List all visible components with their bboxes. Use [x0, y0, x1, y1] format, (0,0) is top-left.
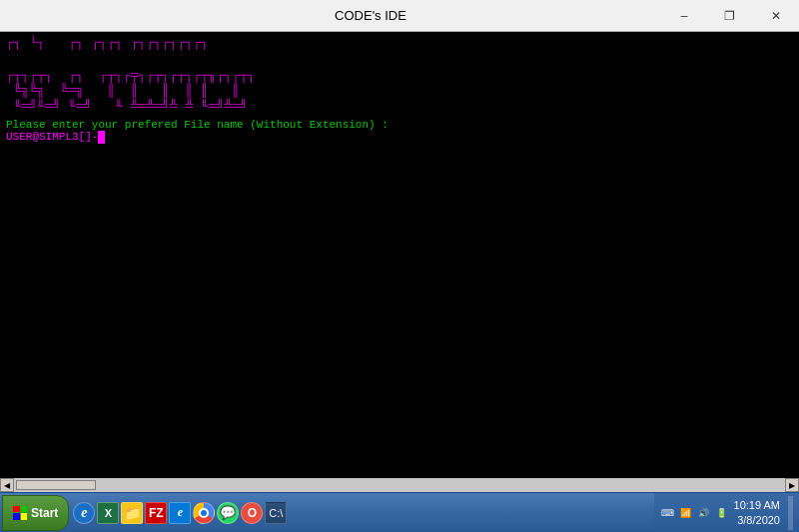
- title-bar: CODE's IDE – ❐ ✕: [0, 0, 799, 32]
- battery-icon[interactable]: 🔋: [714, 505, 730, 521]
- network-icon[interactable]: 📶: [678, 505, 694, 521]
- user-prompt-line: USER@SIMPL3[]-: [6, 131, 793, 144]
- restore-button[interactable]: ❐: [707, 0, 753, 31]
- ascii-art-display: ┌┬┐┌┬┐ ┌┐ ┌┬┐┌╤┐┌┬┐┌┬┐┌┬╖┌┐┌┬┐ ╚╗╚╗ ╚═╗ …: [6, 68, 793, 115]
- clock-time: 10:19 AM: [734, 498, 780, 512]
- terminal-content: ┌┐ └┐ ┌┐ ┌┐┌­┐ ┌┐┌┐┌┐┌┐┌­┐ ┌┬┐┌┬┐ ┌┐ ┌┬┐…: [0, 32, 799, 478]
- start-label: Start: [31, 506, 58, 520]
- taskbar-edge[interactable]: e: [169, 502, 191, 524]
- scroll-thumb[interactable]: [16, 480, 96, 490]
- taskbar: Start e X 📁 FZ e 💬 O C:\ ⌨ 📶 🔊 🔋: [0, 492, 799, 532]
- taskbar-filezilla[interactable]: FZ: [145, 502, 167, 524]
- ascii-art-title: ┌┐ └┐ ┌┐ ┌┐┌­┐ ┌┐┌┐┌┐┌┐┌­┐: [6, 36, 793, 66]
- scroll-left-button[interactable]: ◀: [0, 478, 14, 492]
- volume-icon[interactable]: 🔊: [696, 505, 712, 521]
- window-title: CODE's IDE: [335, 8, 406, 23]
- clock-date: 3/8/2020: [734, 513, 780, 527]
- prompt-text: Please enter your prefered File name (Wi…: [6, 119, 793, 131]
- taskbar-cmd[interactable]: C:\: [265, 502, 287, 524]
- minimize-button[interactable]: –: [661, 0, 707, 31]
- title-bar-controls: – ❐ ✕: [661, 0, 799, 31]
- taskbar-filemanager[interactable]: 📁: [121, 502, 143, 524]
- scroll-track[interactable]: [14, 478, 785, 492]
- taskbar-ie[interactable]: e: [73, 502, 95, 524]
- start-button[interactable]: Start: [2, 495, 69, 531]
- taskbar-chrome[interactable]: [193, 502, 215, 524]
- cursor: [98, 131, 105, 144]
- prompt-prefix: USER@SIMPL3[]-: [6, 131, 98, 143]
- terminal-container: ┌┐ └┐ ┌┐ ┌┐┌­┐ ┌┐┌┐┌┐┌┐┌­┐ ┌┬┐┌┬┐ ┌┐ ┌┬┐…: [0, 32, 799, 492]
- taskbar-search[interactable]: O: [241, 502, 263, 524]
- horizontal-scrollbar[interactable]: ◀ ▶: [0, 478, 799, 492]
- tray-icons: ⌨ 📶 🔊 🔋: [660, 505, 730, 521]
- taskbar-excel[interactable]: X: [97, 502, 119, 524]
- keyboard-icon[interactable]: ⌨: [660, 505, 676, 521]
- windows-logo: [13, 506, 27, 520]
- system-tray: ⌨ 📶 🔊 🔋 10:19 AM 3/8/2020: [654, 493, 799, 532]
- taskbar-whatsapp[interactable]: 💬: [217, 502, 239, 524]
- close-button[interactable]: ✕: [753, 0, 799, 31]
- taskbar-apps: e X 📁 FZ e 💬 O C:\: [69, 493, 653, 532]
- system-clock[interactable]: 10:19 AM 3/8/2020: [734, 498, 780, 527]
- scroll-right-button[interactable]: ▶: [785, 478, 799, 492]
- show-desktop-button[interactable]: [788, 496, 793, 530]
